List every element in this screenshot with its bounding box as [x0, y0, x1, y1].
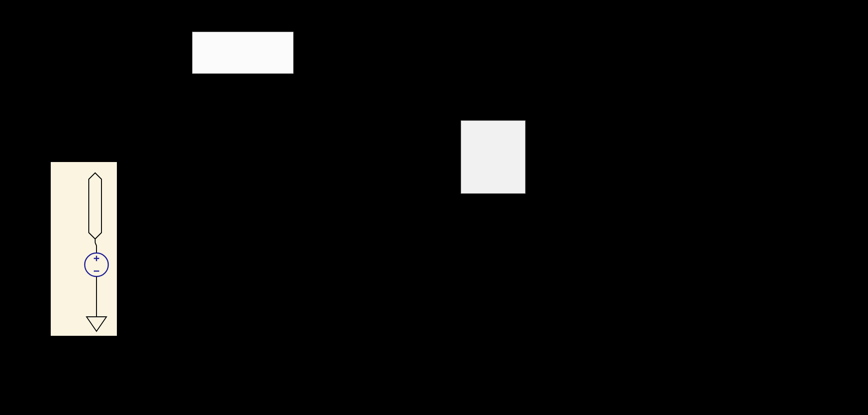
transient-sim-dialog [192, 32, 294, 74]
ltspice-window [0, 0, 868, 415]
schematic-drawing [51, 162, 117, 336]
ground-arrow-icon [87, 317, 106, 331]
sine-params-dialog [461, 120, 526, 194]
schematic-panel[interactable] [51, 162, 117, 336]
plot-canvas [0, 0, 868, 415]
wire [95, 243, 96, 253]
net-label-flag[interactable] [89, 173, 101, 239]
